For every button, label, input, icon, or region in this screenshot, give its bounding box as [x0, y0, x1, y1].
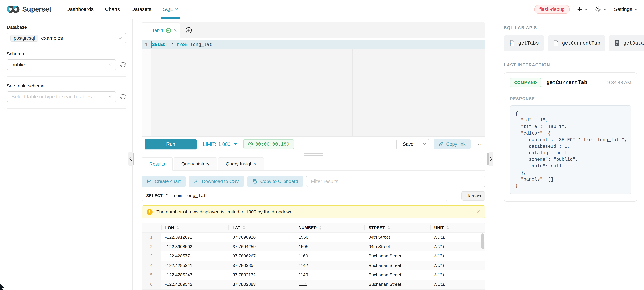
- cell: NULL: [430, 232, 485, 242]
- cell: Buchanan Street: [364, 280, 430, 289]
- copy-clipboard-button[interactable]: Copy to Clipboard: [247, 176, 303, 187]
- more-actions-button[interactable]: ···: [475, 141, 482, 148]
- print-margin-line: [352, 40, 353, 136]
- horizontal-scrollbar-track[interactable]: [142, 289, 485, 290]
- limit-dropdown[interactable]: LIMIT: 1 000: [203, 141, 237, 147]
- mouse-cursor: [0, 283, 6, 290]
- sql-text: *: [168, 42, 176, 47]
- nav-item-charts[interactable]: Charts: [100, 0, 126, 18]
- refresh-schemas-icon[interactable]: [120, 62, 126, 68]
- database-select[interactable]: postgresql examples: [7, 33, 126, 43]
- sql-active-line[interactable]: 1 SELECT * from long_lat: [142, 40, 485, 49]
- copy-link-button[interactable]: Copy link: [434, 139, 470, 149]
- cell: Buchanan Street: [364, 261, 430, 270]
- create-chart-button[interactable]: Create chart: [142, 176, 186, 187]
- theme-menu[interactable]: [595, 6, 606, 12]
- row-count-badge[interactable]: 1k rows: [461, 191, 485, 201]
- vertical-scrollbar[interactable]: [482, 233, 484, 249]
- column-header-lon[interactable]: LON: [161, 223, 228, 232]
- line-number: 1: [142, 42, 151, 47]
- sort-icons[interactable]: [319, 226, 322, 230]
- cell: Buchanan Street: [364, 251, 430, 261]
- editor-gutter: [142, 49, 151, 136]
- text-cursor: [151, 41, 152, 48]
- superset-logo-icon: [6, 4, 20, 14]
- right-panel-resize-grip[interactable]: [487, 153, 489, 165]
- results-actions: Create chart Download to CSV Copy to: [142, 176, 485, 187]
- sort-icons[interactable]: [388, 226, 390, 230]
- cell: 1550: [294, 232, 364, 242]
- editor-tab-1[interactable]: ⋮ Tab 1 ×: [142, 22, 180, 38]
- cell: 1111: [294, 280, 364, 289]
- close-tab-icon[interactable]: ×: [174, 27, 177, 33]
- nav-item-datasets[interactable]: Datasets: [126, 0, 157, 18]
- editor-tab-strip: ⋮ Tab 1 ×: [142, 22, 485, 38]
- copy-icon: [252, 179, 257, 184]
- tab-query-history[interactable]: Query history: [174, 157, 217, 170]
- link-icon: [439, 142, 444, 147]
- download-csv-button[interactable]: Download to CSV: [189, 176, 244, 187]
- new-item-menu[interactable]: +: [577, 5, 588, 14]
- results-table-container: LONLATNUMBERSTREETUNIT 1-122.391267237.7…: [142, 223, 485, 290]
- column-header-number[interactable]: NUMBER: [294, 223, 364, 232]
- corner-header-cell: [142, 223, 161, 232]
- environment-badge: flask-debug: [534, 5, 570, 14]
- get-tabs-button[interactable]: getTabs: [504, 35, 544, 51]
- add-tab-button[interactable]: [180, 22, 198, 38]
- pane-resize-handle[interactable]: [142, 152, 485, 157]
- table-row: 6-122.428954237.78028831111Buchanan Stre…: [142, 280, 485, 289]
- sqllab-main: ⋮ Tab 1 × 1 SELECT * from long: [133, 19, 497, 290]
- close-warning-icon[interactable]: ×: [476, 209, 480, 215]
- command-badge: COMMAND: [510, 78, 542, 87]
- table-select[interactable]: Select table or type to search tables: [7, 91, 116, 102]
- collapse-left-panel-button[interactable]: [128, 152, 133, 166]
- cell: -122.3912672: [161, 232, 228, 242]
- sort-icons[interactable]: [176, 226, 179, 230]
- row-number: 5: [142, 270, 161, 280]
- row-number: 4: [142, 261, 161, 270]
- sqllab-left-sidebar: Database postgresql examples Schema publ…: [0, 19, 133, 290]
- sql-code-editor[interactable]: 1 SELECT * from long_lat: [142, 40, 485, 136]
- sql-keyword: SELECT: [152, 42, 168, 47]
- tab-results[interactable]: Results: [142, 157, 173, 171]
- table-row: 5-122.428524737.78031721140Buchanan Stre…: [142, 270, 485, 280]
- cell: 1160: [294, 251, 364, 261]
- chevron-down-icon: [634, 7, 638, 11]
- settings-menu[interactable]: Settings: [614, 6, 638, 12]
- query-preview-rest: * from long_lat: [162, 193, 206, 198]
- table-row: 3-122.42857737.78062671160Buchanan Stree…: [142, 251, 485, 261]
- drag-handle-icon[interactable]: ⋮: [144, 28, 150, 33]
- sort-icons[interactable]: [446, 226, 449, 230]
- refresh-tables-icon[interactable]: [120, 94, 126, 100]
- row-limit-warning: ! The number of rows displayed is limite…: [142, 206, 485, 218]
- get-databases-button[interactable]: getDatabases: [609, 35, 644, 51]
- run-query-button[interactable]: Run: [144, 139, 197, 149]
- editor-tab-title: Tab 1: [152, 28, 164, 33]
- column-header-street[interactable]: STREET: [364, 223, 430, 232]
- save-options-caret[interactable]: [420, 139, 429, 149]
- table-row: 4-122.428534137.7803851142Buchanan Stree…: [142, 261, 485, 270]
- cell: NULL: [430, 251, 485, 261]
- get-current-tab-button[interactable]: getCurrentTab: [548, 35, 605, 51]
- interaction-timestamp: 9:34:48 AM: [607, 80, 631, 85]
- sort-icons[interactable]: [243, 226, 245, 230]
- response-json: { "id": "1", "title": "Tab 1", "editor":…: [510, 105, 631, 194]
- last-interaction-title: LAST INTERACTION: [504, 62, 637, 67]
- nav-item-dashboards[interactable]: Dashboards: [61, 0, 100, 18]
- collapse-right-panel-button[interactable]: [489, 152, 493, 166]
- tab-query-insights[interactable]: Query Insights: [218, 157, 264, 170]
- cell: 37.7806267: [228, 251, 294, 261]
- save-button[interactable]: Save: [397, 139, 420, 149]
- filter-results-input[interactable]: [306, 176, 485, 187]
- left-panel-resize-grip[interactable]: [133, 153, 134, 165]
- schema-select[interactable]: public: [7, 59, 116, 70]
- sql-text: long_lat: [188, 42, 212, 47]
- nav-item-sql[interactable]: SQL: [157, 0, 184, 18]
- row-number: 2: [142, 242, 161, 251]
- superset-logo[interactable]: Superset: [6, 4, 51, 14]
- column-header-lat[interactable]: LAT: [228, 223, 294, 232]
- table-row: 1-122.391267237.7690928155004th StreetNU…: [142, 232, 485, 242]
- column-header-unit[interactable]: UNIT: [430, 223, 485, 232]
- clock-icon: [248, 142, 253, 147]
- database-value: examples: [41, 35, 63, 41]
